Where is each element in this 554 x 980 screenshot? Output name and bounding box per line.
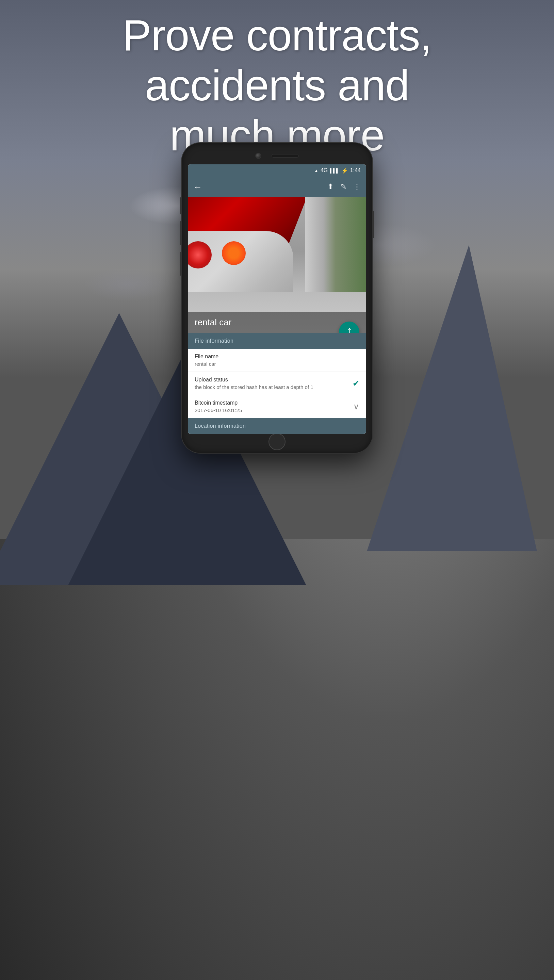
location-info-header: Location information bbox=[188, 418, 366, 434]
back-button[interactable]: ← bbox=[193, 182, 202, 192]
expand-icon: ∨ bbox=[353, 402, 359, 411]
file-name-row: File name rental car bbox=[188, 349, 366, 372]
upload-check-icon: ✔ bbox=[353, 379, 359, 388]
bitcoin-timestamp-row[interactable]: Bitcoin timestamp 2017-06-10 16:01:25 ∨ bbox=[188, 395, 366, 418]
info-sections: File information File name rental car Up… bbox=[188, 333, 366, 434]
file-info-header-label: File information bbox=[195, 338, 234, 344]
file-name-value: rental car bbox=[195, 361, 359, 367]
front-camera bbox=[255, 153, 261, 159]
hero-text: Prove contracts, accidents and much more bbox=[0, 10, 554, 161]
hero-line2: accidents and bbox=[145, 61, 409, 110]
app-toolbar: ← ⬆ ✎ ⋮ bbox=[188, 177, 366, 197]
power-button bbox=[372, 211, 374, 238]
upload-status-label: Upload status bbox=[195, 377, 359, 383]
network-icon: ▲ bbox=[314, 168, 318, 173]
hero-line1: Prove contracts, bbox=[123, 11, 432, 60]
photo-container: rental car ⤴ bbox=[188, 197, 366, 333]
file-info-header: File information bbox=[188, 333, 366, 349]
phone-shell: ▲ 4G ▌▌▌ ⚡ 1:44 ← ⬆ ✎ ⋮ bbox=[182, 143, 372, 453]
photo-title-text: rental car bbox=[195, 317, 231, 327]
edit-button[interactable]: ✎ bbox=[340, 182, 346, 191]
taillight-left bbox=[188, 241, 212, 269]
phone-screen: ▲ 4G ▌▌▌ ⚡ 1:44 ← ⬆ ✎ ⋮ bbox=[188, 164, 366, 434]
network-label: 4G bbox=[320, 167, 328, 173]
file-name-label: File name bbox=[195, 353, 359, 360]
upload-status-row: Upload status the block of the stored ha… bbox=[188, 372, 366, 395]
battery-icon: ⚡ bbox=[341, 167, 348, 174]
mountain-right bbox=[367, 245, 537, 551]
upload-status-value: the block of the stored hash has at leas… bbox=[195, 384, 359, 390]
silent-switch bbox=[180, 197, 182, 215]
status-bar: ▲ 4G ▌▌▌ ⚡ 1:44 bbox=[188, 164, 366, 177]
toolbar-actions: ⬆ ✎ ⋮ bbox=[327, 182, 361, 191]
status-icons: ▲ 4G ▌▌▌ ⚡ 1:44 bbox=[314, 167, 361, 174]
phone-device: ▲ 4G ▌▌▌ ⚡ 1:44 ← ⬆ ✎ ⋮ bbox=[182, 143, 372, 453]
phone-top-bar bbox=[188, 149, 366, 163]
volume-up-button bbox=[180, 221, 182, 245]
earpiece-speaker bbox=[272, 154, 299, 158]
location-info-header-label: Location information bbox=[195, 423, 246, 429]
more-options-button[interactable]: ⋮ bbox=[353, 182, 361, 191]
upload-button[interactable]: ⬆ bbox=[327, 182, 333, 191]
phone-bottom-bar bbox=[188, 437, 366, 447]
signal-bars: ▌▌▌ bbox=[330, 168, 339, 173]
volume-down-button bbox=[180, 252, 182, 275]
clock: 1:44 bbox=[350, 167, 361, 173]
share-icon: ⤴ bbox=[347, 327, 351, 333]
bitcoin-timestamp-label: Bitcoin timestamp bbox=[195, 400, 359, 406]
bitcoin-timestamp-value: 2017-06-10 16:01:25 bbox=[195, 407, 359, 413]
taillight-right bbox=[222, 241, 246, 265]
home-button[interactable] bbox=[269, 433, 285, 450]
